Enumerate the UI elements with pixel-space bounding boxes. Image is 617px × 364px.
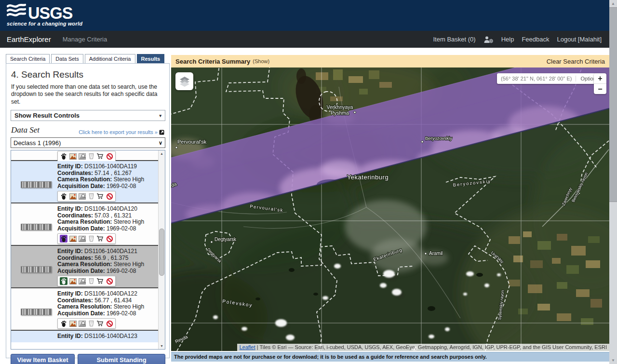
result-row[interactable] bbox=[11, 150, 165, 161]
browse-overlay-icon[interactable] bbox=[69, 235, 77, 243]
field-label: Coordinates: bbox=[57, 255, 93, 261]
page-scroll-up-icon[interactable]: ▲ bbox=[609, 0, 617, 7]
exclude-scene-icon[interactable] bbox=[106, 320, 113, 327]
field-label: Camera Resolution: bbox=[57, 219, 112, 225]
map-label: Beryozovskiy bbox=[425, 135, 452, 141]
zoom-in-button[interactable]: + bbox=[594, 73, 606, 84]
app-title: EarthExplorer bbox=[7, 35, 51, 43]
page-scrollbar-thumb[interactable] bbox=[609, 7, 617, 202]
submit-standing-request-button[interactable]: Submit Standing Request » bbox=[78, 354, 165, 364]
zoom-out-button[interactable]: − bbox=[594, 84, 606, 94]
field-value: 1969-02-08 bbox=[105, 310, 136, 317]
exclude-scene-icon[interactable] bbox=[106, 152, 113, 160]
footprint-icon[interactable] bbox=[60, 277, 67, 285]
order-scene-icon[interactable] bbox=[96, 152, 104, 160]
map-canvas[interactable]: VerkhnyayaPyshmaPervoural'skBeryozovskiy… bbox=[171, 67, 609, 351]
compare-browse-icon[interactable] bbox=[78, 235, 86, 243]
scroll-up-icon[interactable]: ▲ bbox=[159, 150, 165, 157]
show-result-controls-dropdown[interactable]: Show Result Controls ▾ bbox=[11, 110, 165, 121]
result-row[interactable]: Entity ID: DS1106-1040DA120Coordinates: … bbox=[11, 203, 165, 246]
browse-overlay-icon[interactable] bbox=[69, 320, 77, 327]
usgs-logo: USGS science for a changing world bbox=[7, 3, 82, 27]
field-value: DS1106-1040DA123 bbox=[83, 333, 137, 339]
chevron-down-icon: ∨ bbox=[159, 140, 162, 146]
map-label: Aramil bbox=[429, 251, 443, 256]
item-basket-link[interactable]: Item Basket (0) bbox=[433, 36, 476, 43]
tab-results[interactable]: Results bbox=[137, 54, 165, 63]
order-scene-icon[interactable] bbox=[96, 320, 104, 327]
map-artwork: VerkhnyayaPyshmaPervoural'skBeryozovskiy… bbox=[171, 67, 609, 351]
footprint-icon[interactable] bbox=[60, 192, 67, 200]
browse-overlay-icon[interactable] bbox=[69, 192, 77, 200]
compare-browse-icon[interactable] bbox=[78, 320, 86, 327]
map-attribution: Leaflet | Tiles © Esri — Source: Esri, i… bbox=[237, 344, 609, 351]
bulk-download-icon[interactable] bbox=[87, 192, 95, 200]
scene-thumbnail[interactable] bbox=[21, 224, 52, 230]
results-list-scrollbar[interactable]: ▲ ▼ bbox=[158, 150, 165, 349]
scene-thumbnail[interactable] bbox=[21, 266, 52, 273]
view-item-basket-button[interactable]: View Item Basket » bbox=[11, 354, 75, 364]
result-row[interactable]: Entity ID: DS1106-1040DA123 bbox=[11, 331, 165, 342]
order-scene-icon[interactable] bbox=[96, 235, 104, 243]
map-area: Search Criteria Summary (Show) Clear Sea… bbox=[171, 55, 609, 351]
results-panel-body: 4. Search Results If you selected more t… bbox=[6, 63, 170, 358]
help-link[interactable]: Help bbox=[501, 36, 514, 43]
feedback-link[interactable]: Feedback bbox=[522, 36, 549, 43]
scene-thumbnail[interactable] bbox=[21, 309, 52, 315]
result-row[interactable]: Entity ID: DS1106-1040DA121Coordinates: … bbox=[11, 246, 165, 288]
bulk-download-icon[interactable] bbox=[87, 235, 95, 243]
manage-criteria-link[interactable]: Manage Criteria bbox=[63, 36, 107, 43]
page-scroll-down-icon[interactable]: ▼ bbox=[609, 357, 617, 364]
data-set-select[interactable]: Declass 1 (1996) ∨ bbox=[11, 137, 165, 148]
bulk-download-icon[interactable] bbox=[87, 152, 95, 160]
results-scrollbar-thumb[interactable] bbox=[159, 229, 164, 276]
usgs-logo-text: USGS bbox=[28, 4, 72, 21]
results-description: If you selected more than one data set t… bbox=[11, 83, 165, 106]
scene-icon-toolbar bbox=[57, 318, 116, 329]
tab-data-sets[interactable]: Data Sets bbox=[51, 54, 83, 63]
layers-control[interactable] bbox=[175, 72, 193, 90]
tab-additional-criteria[interactable]: Additional Criteria bbox=[85, 54, 135, 63]
exclude-scene-icon[interactable] bbox=[106, 192, 113, 200]
footprint-icon[interactable] bbox=[60, 320, 67, 327]
profile-gear-icon[interactable] bbox=[483, 36, 494, 43]
scroll-down-icon[interactable]: ▼ bbox=[159, 343, 165, 349]
field-value: 1969-02-08 bbox=[105, 183, 136, 189]
field-label: Entity ID: bbox=[57, 291, 83, 297]
logout-link[interactable]: Logout [Malahit] bbox=[557, 36, 602, 43]
field-label: Acquisition Date: bbox=[57, 183, 105, 189]
bulk-download-icon[interactable] bbox=[87, 277, 95, 285]
attribution-text: | Tiles © Esri — Source: Esri, i-cubed, … bbox=[257, 344, 607, 350]
map-label: Degtyarsk bbox=[215, 237, 237, 242]
field-value: 1969-02-08 bbox=[105, 268, 136, 274]
browse-overlay-icon[interactable] bbox=[69, 277, 77, 285]
clear-search-criteria-link[interactable]: Clear Search Criteria bbox=[547, 58, 605, 65]
cursor-coordinates: (56° 38' 21" N, 061° 28' 00" E) bbox=[497, 76, 576, 81]
footprint-icon[interactable] bbox=[60, 235, 67, 243]
result-row[interactable]: Entity ID: DS1106-1040DA119Coordinates: … bbox=[11, 161, 165, 203]
exclude-scene-icon[interactable] bbox=[106, 235, 113, 243]
result-row[interactable]: Entity ID: DS1106-1040DA122Coordinates: … bbox=[11, 288, 165, 331]
compare-browse-icon[interactable] bbox=[78, 277, 86, 285]
order-scene-icon[interactable] bbox=[96, 277, 104, 285]
field-value: Stereo High bbox=[112, 176, 144, 183]
compare-browse-icon[interactable] bbox=[78, 192, 86, 200]
compare-browse-icon[interactable] bbox=[78, 152, 86, 160]
scene-icon-toolbar bbox=[57, 151, 116, 162]
scene-thumbnail[interactable] bbox=[21, 181, 52, 188]
top-nav: EarthExplorer Manage Criteria Item Baske… bbox=[0, 31, 609, 48]
exclude-scene-icon[interactable] bbox=[106, 277, 113, 285]
leaflet-link[interactable]: Leaflet bbox=[240, 344, 255, 350]
tab-search-criteria[interactable]: Search Criteria bbox=[6, 54, 50, 63]
export-results-link[interactable]: Click here to export your results » bbox=[79, 129, 165, 135]
show-result-controls-label: Show Result Controls bbox=[14, 112, 80, 119]
page-scrollbar[interactable]: ▲ ▼ bbox=[609, 0, 617, 364]
bulk-download-icon[interactable] bbox=[87, 320, 95, 327]
footprint-icon[interactable] bbox=[60, 152, 67, 160]
export-results-label: Click here to export your results » bbox=[79, 129, 158, 135]
field-value: Stereo High bbox=[112, 219, 144, 225]
browse-overlay-icon[interactable] bbox=[69, 152, 77, 160]
scene-icon-toolbar bbox=[57, 191, 116, 202]
order-scene-icon[interactable] bbox=[96, 192, 104, 200]
summary-show-toggle[interactable]: (Show) bbox=[253, 58, 269, 64]
